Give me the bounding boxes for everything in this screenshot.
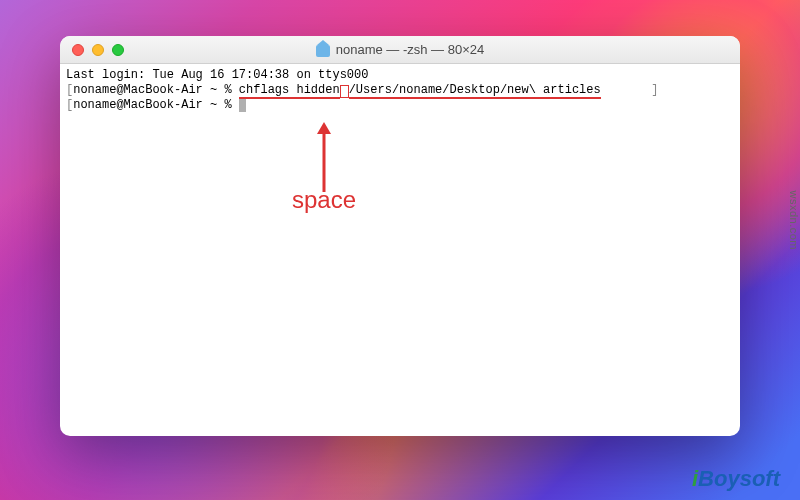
watermark-logo: iBoysoft (692, 466, 780, 492)
annotation-label: space (292, 192, 356, 207)
logo-rest: Boysoft (698, 466, 780, 491)
bracket-close: ] (651, 83, 658, 97)
home-icon (316, 45, 330, 57)
traffic-lights (60, 44, 124, 56)
cursor (239, 99, 246, 112)
window-title: noname — -zsh — 80×24 (60, 42, 740, 57)
terminal-window: noname — -zsh — 80×24 Last login: Tue Au… (60, 36, 740, 436)
annotation: space (292, 122, 356, 207)
title-bar[interactable]: noname — -zsh — 80×24 (60, 36, 740, 64)
command-line-2: [noname@MacBook-Air ~ % (66, 98, 734, 113)
prompt-text-2: noname@MacBook-Air ~ % (73, 98, 239, 112)
command-line-1: [noname@MacBook-Air ~ % chflags hidden/U… (66, 83, 734, 98)
watermark-side: wsxdn.com (788, 190, 800, 250)
minimize-icon[interactable] (92, 44, 104, 56)
last-login-line: Last login: Tue Aug 16 17:04:38 on ttys0… (66, 68, 734, 83)
svg-marker-1 (317, 122, 331, 134)
arrow-up-icon (314, 122, 334, 194)
command-part1: chflags hidden (239, 83, 340, 99)
window-title-text: noname — -zsh — 80×24 (336, 42, 485, 57)
maximize-icon[interactable] (112, 44, 124, 56)
prompt-text: noname@MacBook-Air ~ % (73, 83, 239, 97)
command-part2: /Users/noname/Desktop/new\ articles (349, 83, 601, 99)
close-icon[interactable] (72, 44, 84, 56)
terminal-body[interactable]: Last login: Tue Aug 16 17:04:38 on ttys0… (60, 64, 740, 117)
highlighted-space (340, 85, 349, 98)
